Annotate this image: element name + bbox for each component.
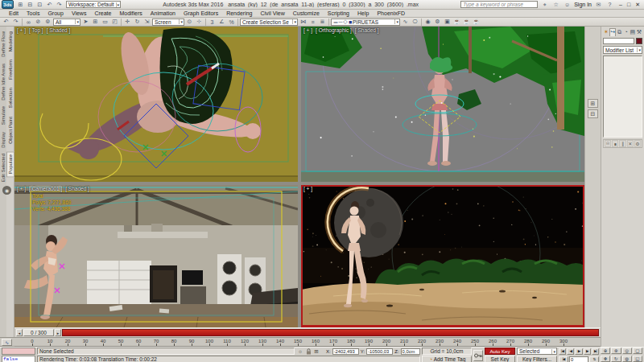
- unlink-icon[interactable]: ⊘: [34, 18, 43, 26]
- current-frame-field[interactable]: 0: [569, 356, 588, 362]
- modifier-list-dropdown[interactable]: Modifier List ▾: [603, 46, 642, 54]
- offset-mode-icon[interactable]: ⊞: [312, 348, 320, 355]
- close-button[interactable]: ✕: [635, 2, 640, 8]
- menu-views[interactable]: Views: [68, 10, 91, 18]
- rectangular-region-icon[interactable]: ▭: [101, 18, 109, 26]
- zoom-icon[interactable]: ⊕: [601, 348, 610, 354]
- align-icon[interactable]: ≡: [308, 18, 317, 26]
- viewport-perspective[interactable]: [ + ]: [301, 185, 584, 327]
- render-iterative-icon[interactable]: ☕: [462, 18, 471, 26]
- ribbon-tab-freeform[interactable]: Freeform: [7, 60, 14, 80]
- menu-graph-editors[interactable]: Graph Editors: [180, 10, 222, 18]
- undo-icon[interactable]: ↶: [45, 1, 54, 9]
- layout-tab-icon[interactable]: ⊞: [588, 99, 598, 108]
- ribbon-section-display[interactable]: Display: [0, 132, 6, 148]
- maximize-button[interactable]: □: [627, 2, 630, 8]
- reference-coordinate-combo[interactable]: Screen▾: [152, 19, 184, 26]
- previous-frame-icon[interactable]: ◀: [567, 348, 574, 355]
- menu-edit[interactable]: Edit: [5, 10, 23, 18]
- communication-icon[interactable]: ✉: [594, 1, 603, 9]
- redo-icon[interactable]: ↷: [11, 18, 20, 26]
- menu-group[interactable]: Group: [43, 10, 67, 18]
- zoom-extents-icon[interactable]: ◎: [622, 348, 632, 354]
- rotate-icon[interactable]: ↻: [133, 18, 142, 26]
- y-coordinate-field[interactable]: -10500,03: [366, 348, 393, 355]
- create-tab-icon[interactable]: ✶: [603, 28, 609, 36]
- hierarchy-tab-icon[interactable]: ⧉: [616, 28, 622, 36]
- make-unique-icon[interactable]: ∥: [619, 140, 625, 147]
- search-icon[interactable]: ⌖: [540, 1, 549, 9]
- viewport-view-label[interactable]: [ Top ]: [29, 27, 43, 33]
- favorites-icon[interactable]: ☆: [551, 1, 560, 9]
- time-slider-frame-button[interactable]: 0 / 300: [23, 329, 54, 336]
- key-mode-dropdown[interactable]: Selected▾: [517, 348, 557, 355]
- zoom-region-icon[interactable]: ▢: [633, 348, 642, 354]
- viewport-menu-plus[interactable]: [ + ]: [17, 27, 26, 33]
- menu-rendering[interactable]: Rendering: [222, 10, 256, 18]
- z-coordinate-field[interactable]: 0,0cm: [401, 348, 420, 355]
- viewport-menu-plus[interactable]: [ + ]: [303, 27, 312, 33]
- help-icon[interactable]: ?: [605, 1, 614, 9]
- ribbon-section-define-idle-areas[interactable]: Define Idle Areas: [0, 64, 6, 101]
- select-link-icon[interactable]: ∞: [24, 18, 33, 26]
- auto-key-button[interactable]: Auto Key: [485, 348, 515, 355]
- set-key-button[interactable]: Set Key: [485, 356, 515, 362]
- go-to-end-icon[interactable]: ▶|: [592, 348, 599, 355]
- schematic-view-icon[interactable]: ⎔: [411, 18, 419, 26]
- workspace-selector[interactable]: Workspace: Default▾: [66, 1, 121, 8]
- viewport-camera[interactable]: [ + ] [ Camera001 ] [ Shaded ] TotalPoly…: [14, 185, 298, 327]
- modify-tab-icon[interactable]: ↪: [609, 28, 616, 36]
- layout-tab-icon[interactable]: ⊟: [588, 109, 598, 118]
- ribbon-tab-populate[interactable]: Populate: [6, 151, 14, 177]
- select-manipulate-icon[interactable]: ⊹: [195, 18, 204, 26]
- track-bar-autokey-red[interactable]: [62, 329, 599, 336]
- mirror-icon[interactable]: ⋈: [299, 18, 308, 26]
- object-color-swatch[interactable]: [636, 38, 642, 44]
- new-scene-icon[interactable]: ⊞: [16, 1, 25, 9]
- key-mode-toggle-icon[interactable]: |◀: [559, 356, 568, 362]
- object-name-field[interactable]: [603, 38, 634, 44]
- open-file-icon[interactable]: ⊟: [26, 1, 35, 9]
- ribbon-tab-selection[interactable]: Selection: [7, 88, 14, 108]
- redo-icon[interactable]: ↷: [55, 1, 64, 9]
- viewport-shading-label[interactable]: [ Shaded ]: [47, 27, 71, 33]
- next-frame-arrow[interactable]: ▸: [55, 329, 61, 336]
- menu-customize[interactable]: Customize: [289, 10, 324, 18]
- viewport-shading-label[interactable]: [ Shaded ]: [355, 27, 379, 33]
- snap-toggle-icon[interactable]: 3: [208, 18, 217, 26]
- viewport-menu-plus[interactable]: [ + ]: [303, 186, 312, 191]
- menu-civil-view[interactable]: Civil View: [256, 10, 288, 18]
- show-end-result-icon[interactable]: ∎: [612, 140, 618, 147]
- menu-animation[interactable]: Animation: [147, 10, 180, 18]
- utilities-tab-icon[interactable]: ⚒: [636, 28, 642, 36]
- menu-scripting[interactable]: Scripting: [324, 10, 353, 18]
- viewport-view-label[interactable]: [ Orthographic ]: [316, 27, 352, 33]
- render-production-icon[interactable]: ☕: [452, 18, 461, 26]
- maxscript-listener-pink[interactable]: [2, 348, 35, 355]
- viewport-top[interactable]: [ + ] [ Top ] [ Shaded ]: [14, 27, 298, 182]
- application-menu-button[interactable]: 3ds: [2, 0, 14, 9]
- ribbon-tab-modeling[interactable]: Modeling: [7, 31, 14, 51]
- menu-create[interactable]: Create: [90, 10, 115, 18]
- percent-snap-icon[interactable]: %: [227, 18, 236, 26]
- menu-phoenixfd[interactable]: PhoenixFD: [373, 10, 409, 18]
- mini-curve-editor-button[interactable]: ∿: [2, 339, 12, 346]
- viewport-menu-plus[interactable]: [ + ]: [17, 186, 26, 191]
- use-center-icon[interactable]: ⊙: [185, 18, 194, 26]
- viewport-shading-label[interactable]: [ Shaded ]: [65, 186, 89, 191]
- material-editor-icon[interactable]: ◉: [423, 18, 432, 26]
- viewport-view-label[interactable]: [ Camera001 ]: [29, 186, 62, 191]
- ribbon-tab-object-paint[interactable]: Object Paint: [7, 117, 14, 144]
- ribbon-section-edit-selected[interactable]: Edit Selected: [0, 154, 6, 182]
- ribbon-section-simulate[interactable]: Simulate: [0, 106, 6, 125]
- frame-spinner[interactable]: ⇅: [589, 356, 599, 362]
- sign-in-link[interactable]: Sign In: [574, 2, 592, 7]
- move-icon[interactable]: ✛: [123, 18, 132, 26]
- render-setup-icon[interactable]: ⚙: [433, 18, 442, 26]
- select-by-name-icon[interactable]: ⊞: [91, 18, 100, 26]
- key-filters-button[interactable]: Key Filters...: [517, 356, 557, 362]
- rendered-frame-icon[interactable]: ▣: [443, 18, 452, 26]
- save-file-icon[interactable]: ⊡: [35, 1, 44, 9]
- select-object-icon[interactable]: ➤: [81, 18, 90, 26]
- configure-sets-icon[interactable]: ⚙: [634, 140, 641, 147]
